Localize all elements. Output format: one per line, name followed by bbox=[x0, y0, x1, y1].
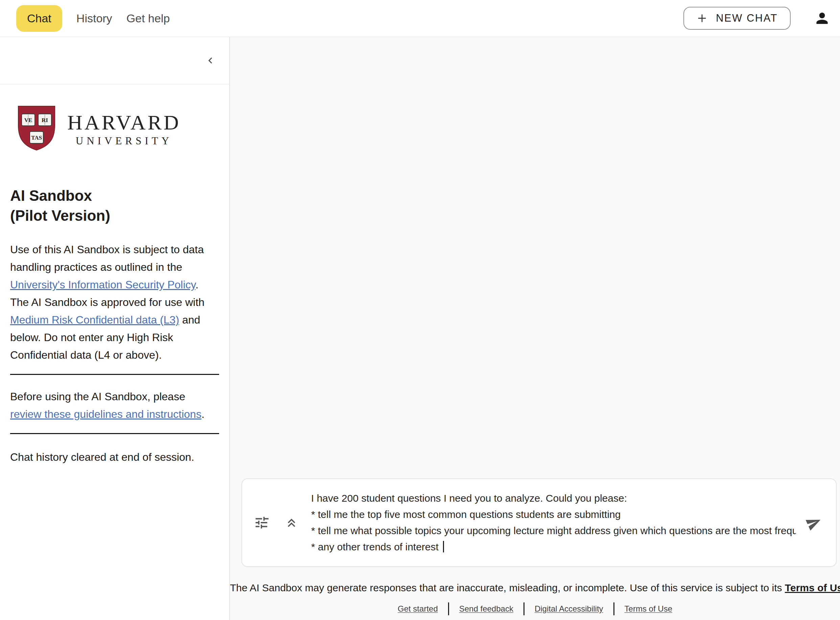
text-cursor bbox=[443, 541, 444, 552]
tab-get-help[interactable]: Get help bbox=[126, 12, 170, 25]
message-input[interactable]: I have 200 student questions I need you … bbox=[311, 490, 796, 555]
security-policy-link[interactable]: University's Information Security Policy bbox=[10, 278, 196, 291]
message-composer[interactable]: I have 200 student questions I need you … bbox=[241, 479, 837, 567]
sidebar-collapse-row bbox=[0, 37, 229, 84]
input-line-4: * any other trends of interest bbox=[311, 539, 796, 555]
harvard-logo: VE RI TAS HARVARD UNIVERSITY bbox=[16, 104, 219, 153]
plus-icon bbox=[696, 12, 708, 24]
shield-word-ve: VE bbox=[24, 117, 32, 123]
app-title-line1: AI Sandbox bbox=[10, 186, 219, 206]
new-chat-button[interactable]: NEW CHAT bbox=[683, 7, 790, 30]
harvard-wordmark: HARVARD UNIVERSITY bbox=[67, 111, 181, 147]
sidebar-divider-bottom bbox=[10, 433, 219, 434]
shield-word-ri: RI bbox=[42, 117, 48, 123]
session-note: Chat history cleared at end of session. bbox=[10, 451, 219, 463]
guidelines-link[interactable]: review these guidelines and instructions bbox=[10, 408, 202, 420]
input-line-2: * tell me the top five most common quest… bbox=[311, 506, 796, 523]
policy-text-1: Use of this AI Sandbox is subject to dat… bbox=[10, 244, 204, 273]
top-nav: Chat History Get help NEW CHAT bbox=[0, 0, 840, 37]
body: VE RI TAS HARVARD UNIVERSITY bbox=[0, 37, 840, 620]
sidebar: VE RI TAS HARVARD UNIVERSITY bbox=[0, 37, 230, 620]
footer-link-terms-of-use[interactable]: Terms of Use bbox=[625, 604, 672, 614]
footer-link-separator bbox=[613, 602, 614, 615]
disclaimer-text: The AI Sandbox may generate responses th… bbox=[230, 582, 785, 593]
footer-link-send-feedback[interactable]: Send feedback bbox=[459, 604, 513, 614]
disclaimer-terms-link[interactable]: Terms of Use. bbox=[785, 582, 840, 593]
app-title-line2: (Pilot Version) bbox=[10, 206, 219, 226]
input-line-3: * tell me what possible topics your upco… bbox=[311, 523, 796, 539]
shield-word-tas: TAS bbox=[31, 135, 42, 141]
account-icon[interactable] bbox=[814, 10, 831, 27]
footer-link-separator bbox=[448, 602, 449, 615]
ai-disclaimer: The AI Sandbox may generate responses th… bbox=[230, 582, 840, 594]
tab-history[interactable]: History bbox=[77, 12, 112, 25]
sidebar-content: VE RI TAS HARVARD UNIVERSITY bbox=[0, 84, 229, 463]
input-line-1: I have 200 student questions I need you … bbox=[311, 490, 796, 506]
chat-main-area: I have 200 student questions I need you … bbox=[230, 37, 840, 620]
guidelines-text-1: Before using the AI Sandbox, please bbox=[10, 390, 185, 403]
footer-link-digital-accessibility[interactable]: Digital Accessibility bbox=[534, 604, 603, 614]
tune-settings-icon[interactable] bbox=[254, 515, 269, 530]
footer-links: Get started Send feedback Digital Access… bbox=[230, 602, 840, 615]
wordmark-university: UNIVERSITY bbox=[67, 135, 181, 147]
page: Chat History Get help NEW CHAT bbox=[0, 0, 840, 620]
footer-link-separator bbox=[524, 602, 524, 615]
collapse-sidebar-icon[interactable] bbox=[204, 54, 217, 66]
harvard-shield-icon: VE RI TAS bbox=[16, 104, 57, 153]
app-title: AI Sandbox (Pilot Version) bbox=[10, 186, 219, 226]
wordmark-harvard: HARVARD bbox=[67, 111, 181, 134]
guidelines-paragraph: Before using the AI Sandbox, please revi… bbox=[10, 388, 213, 423]
guidelines-text-2: . bbox=[202, 408, 205, 420]
double-chevron-up-icon[interactable] bbox=[284, 515, 299, 530]
footer-link-get-started[interactable]: Get started bbox=[398, 604, 438, 614]
sidebar-divider-top bbox=[10, 374, 219, 375]
tab-chat[interactable]: Chat bbox=[16, 5, 62, 32]
medium-risk-data-link[interactable]: Medium Risk Confidential data (L3) bbox=[10, 314, 179, 326]
new-chat-label: NEW CHAT bbox=[716, 12, 778, 24]
data-policy-paragraph: Use of this AI Sandbox is subject to dat… bbox=[10, 241, 213, 364]
send-icon[interactable] bbox=[806, 515, 822, 530]
